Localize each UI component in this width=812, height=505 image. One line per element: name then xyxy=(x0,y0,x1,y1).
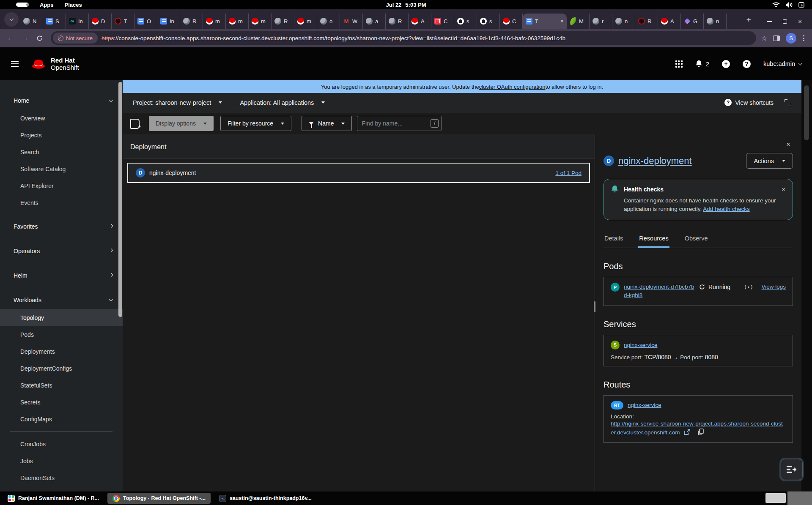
browser-tab[interactable]: In xyxy=(157,14,180,29)
window-close-button[interactable]: × xyxy=(798,18,802,25)
browser-tab[interactable]: r xyxy=(590,14,612,29)
name-filter-dropdown[interactable]: Name xyxy=(302,116,352,131)
browser-tab[interactable]: T xyxy=(112,14,134,29)
browser-tab[interactable]: T × xyxy=(523,14,567,29)
browser-tab[interactable]: R xyxy=(272,14,294,29)
sidebar-item-daemonsets[interactable]: DaemonSets xyxy=(0,470,123,486)
browser-tab[interactable]: R xyxy=(180,14,203,29)
notification-bell[interactable]: 2 xyxy=(695,60,709,68)
forward-button[interactable]: → xyxy=(19,32,31,44)
sidebar-scrollbar[interactable] xyxy=(118,82,122,317)
browser-tab[interactable]: C xyxy=(431,14,454,29)
sidebar-item-search[interactable]: Search xyxy=(0,144,123,161)
sidebar-item-secrets[interactable]: Secrets xyxy=(0,394,123,411)
battery-icon[interactable] xyxy=(798,2,805,8)
sidebar-item-deploymentconfigs[interactable]: DeploymentConfigs xyxy=(0,360,123,377)
taskbar-item[interactable]: >_ saustin@saustin-thinkpadp16v... xyxy=(214,493,317,504)
browser-tab[interactable]: m xyxy=(249,14,272,29)
service-name-link[interactable]: nginx-service xyxy=(624,342,658,348)
application-selector[interactable]: Application: All applications xyxy=(240,99,325,106)
browser-tab[interactable]: m xyxy=(203,14,226,29)
sidebar-item-pods[interactable]: Pods xyxy=(0,326,123,343)
browser-tab[interactable]: In xyxy=(66,14,89,29)
project-selector[interactable]: Project: sharoon-new-project xyxy=(133,99,222,106)
sidebar-item-projects[interactable]: Projects xyxy=(0,127,123,144)
taskbar-item[interactable]: Topology · Red Hat OpenShift -... xyxy=(107,493,211,504)
tab-close-icon[interactable]: × xyxy=(560,18,564,25)
address-bar[interactable]: Not secure https://console-openshift-con… xyxy=(51,31,756,45)
sidebar-item-helm[interactable]: Helm xyxy=(0,266,123,285)
window-restore-button[interactable] xyxy=(783,19,787,24)
nav-toggle-button[interactable] xyxy=(10,58,19,69)
window-minimize-button[interactable] xyxy=(767,21,772,22)
sidebar-item-workloads[interactable]: Workloads xyxy=(0,291,123,309)
graph-view-toggle-icon[interactable] xyxy=(130,119,141,128)
signal-icon[interactable] xyxy=(744,284,753,290)
browser-tab[interactable]: N xyxy=(20,14,43,29)
redhat-openshift-logo[interactable]: Red Hat OpenShift xyxy=(30,57,79,71)
sidebar-item-favorites[interactable]: Favorites xyxy=(0,217,123,236)
external-link-icon[interactable] xyxy=(684,429,690,435)
oauth-config-link[interactable]: cluster OAuth configuration xyxy=(479,84,546,90)
sidebar-item-home[interactable]: Home xyxy=(0,91,123,110)
sidebar-item-api-explorer[interactable]: API Explorer xyxy=(0,177,123,194)
filter-by-resource-button[interactable]: Filter by resource xyxy=(220,116,291,131)
browser-menu-icon[interactable] xyxy=(802,33,805,43)
browser-tab[interactable]: s xyxy=(477,14,500,29)
sidebar-item-jobs[interactable]: Jobs xyxy=(0,453,123,470)
browser-tab[interactable]: A xyxy=(658,14,681,29)
find-by-name-field[interactable]: / xyxy=(357,116,442,131)
sidebar-item-statefulsets[interactable]: StatefulSets xyxy=(0,377,123,394)
view-logs-link[interactable]: View logs xyxy=(761,284,786,290)
gnome-apps-menu[interactable]: Apps xyxy=(40,2,54,8)
sidebar-item-events[interactable]: Events xyxy=(0,194,123,211)
browser-tab[interactable]: n xyxy=(612,14,635,29)
tab-details[interactable]: Details xyxy=(604,231,624,248)
browser-tab[interactable]: W xyxy=(340,14,363,29)
browser-tab[interactable]: S xyxy=(43,14,66,29)
sidebar-item-configmaps[interactable]: ConfigMaps xyxy=(0,411,123,428)
sidebar-item-software-catalog[interactable]: Software Catalog xyxy=(0,161,123,177)
browser-tab[interactable]: n xyxy=(704,14,727,29)
taskbar-item[interactable]: Ranjani Swaminathan (DM) - R... xyxy=(3,493,104,504)
switch-view-button[interactable] xyxy=(781,459,803,480)
browser-profile-avatar[interactable]: S xyxy=(786,33,796,44)
back-button[interactable]: ← xyxy=(4,32,17,44)
sidebar-item-overview[interactable]: Overview xyxy=(0,110,123,127)
browser-tab[interactable]: A xyxy=(409,14,431,29)
browser-tab[interactable]: m xyxy=(226,14,249,29)
display-options-button[interactable]: Display options xyxy=(149,116,214,131)
new-tab-button[interactable]: + xyxy=(742,14,755,26)
sidebar-item-cronjobs[interactable]: CronJobs xyxy=(0,436,123,453)
gnome-places-menu[interactable]: Places xyxy=(65,2,82,8)
gnome-clock[interactable]: Jul 22 5:03 PM xyxy=(386,2,426,8)
browser-tab[interactable]: D xyxy=(89,14,112,29)
panel-resize-handle[interactable] xyxy=(594,301,595,312)
browser-tab[interactable]: R xyxy=(386,14,409,29)
sidebar-item-replicasets[interactable]: ReplicaSets xyxy=(0,486,123,491)
compress-view-icon[interactable] xyxy=(785,99,791,106)
refresh-button[interactable] xyxy=(33,32,46,44)
view-shortcuts-link[interactable]: ? View shortcuts xyxy=(724,99,774,106)
tab-search-button[interactable] xyxy=(4,12,19,27)
route-name-link[interactable]: nginx-service xyxy=(628,402,661,408)
activities-indicator[interactable] xyxy=(16,3,29,7)
sidebar-item-topology[interactable]: Topology xyxy=(0,309,123,326)
browser-scrollbar[interactable] xyxy=(801,80,812,491)
browser-tab[interactable]: o xyxy=(317,14,340,29)
copy-icon[interactable] xyxy=(698,429,704,435)
help-button[interactable]: ? xyxy=(743,60,751,68)
browser-tab[interactable]: m xyxy=(294,14,317,29)
app-launcher-icon[interactable] xyxy=(675,60,683,68)
pod-name-link[interactable]: nginx-deployment-d7fbcb7bd-kghl8 xyxy=(624,283,695,300)
user-menu[interactable]: kube:admin xyxy=(763,60,802,67)
scrollbar-thumb[interactable] xyxy=(804,85,809,140)
sidebar-item-operators[interactable]: Operators xyxy=(0,242,123,260)
tab-resources[interactable]: Resources xyxy=(638,231,669,248)
add-health-checks-link[interactable]: Add health checks xyxy=(703,206,749,212)
browser-tab[interactable]: M xyxy=(567,14,590,29)
deployment-list-row[interactable]: D nginx-deployment 1 of 1 Pod xyxy=(128,163,590,183)
alert-close-button[interactable]: × xyxy=(780,184,787,194)
browser-tab[interactable]: R xyxy=(635,14,658,29)
wifi-icon[interactable] xyxy=(772,2,780,8)
